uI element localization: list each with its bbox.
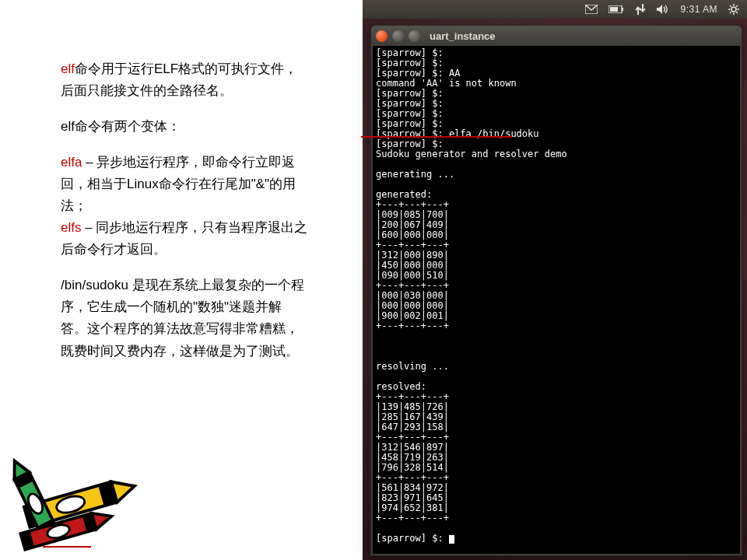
para-5: /bin/sudoku 是现在系统上最复杂的一个程序，它生成一个随机的"数独"迷… xyxy=(61,275,308,362)
system-menubar: 9:31 AM xyxy=(363,0,747,19)
svg-rect-2 xyxy=(622,8,623,11)
svg-line-12 xyxy=(730,12,731,13)
clock-text[interactable]: 9:31 AM xyxy=(680,4,717,15)
terminal-cursor xyxy=(449,535,454,544)
network-icon[interactable] xyxy=(635,4,646,15)
terminal-output: [sparrow] $: [sparrow] $: [sparrow] $: A… xyxy=(376,47,567,523)
terminal-body[interactable]: [sparrow] $: [sparrow] $: [sparrow] $: A… xyxy=(373,46,740,554)
doc-body: elf命令用于运行ELF格式的可执行文件，后面只能接文件的全路径名。 elf命令… xyxy=(61,58,308,376)
svg-line-11 xyxy=(736,5,738,7)
window-maximize-button[interactable] xyxy=(409,30,420,42)
crayons-illustration xyxy=(3,448,153,554)
kw-elfa: elfa xyxy=(61,155,82,170)
window-close-button[interactable] xyxy=(376,30,388,42)
window-minimize-button[interactable] xyxy=(392,30,404,42)
svg-marker-16 xyxy=(111,476,138,502)
para-1: elf命令用于运行ELF格式的可执行文件，后面只能接文件的全路径名。 xyxy=(61,58,308,102)
para-4: elfs – 同步地运行程序，只有当程序退出之后命令行才返回。 xyxy=(61,217,308,261)
para-2: elf命令有两个变体： xyxy=(61,116,308,138)
svg-point-4 xyxy=(731,7,736,12)
svg-line-10 xyxy=(736,12,738,13)
kw-elf: elf xyxy=(61,61,75,76)
kw-elfs: elfs xyxy=(61,220,81,235)
sound-icon[interactable] xyxy=(657,4,669,15)
svg-marker-26 xyxy=(92,509,114,530)
mail-icon[interactable] xyxy=(585,5,598,14)
window-title: uart_instance xyxy=(430,30,496,42)
svg-line-9 xyxy=(730,5,731,7)
terminal-prompt: [sparrow] $: xyxy=(376,533,449,544)
annotation-underline xyxy=(361,136,512,138)
para-3: elfa – 异步地运行程序，即命令行立即返回，相当于Linux命令行在行尾加"… xyxy=(61,152,308,217)
battery-icon[interactable] xyxy=(608,5,624,13)
crayon-underline xyxy=(43,546,91,548)
svg-rect-3 xyxy=(610,7,618,12)
terminal-window: uart_instance [sparrow] $: [sparrow] $: … xyxy=(370,25,742,556)
gear-icon[interactable] xyxy=(728,4,739,15)
window-titlebar[interactable]: uart_instance xyxy=(371,26,742,46)
